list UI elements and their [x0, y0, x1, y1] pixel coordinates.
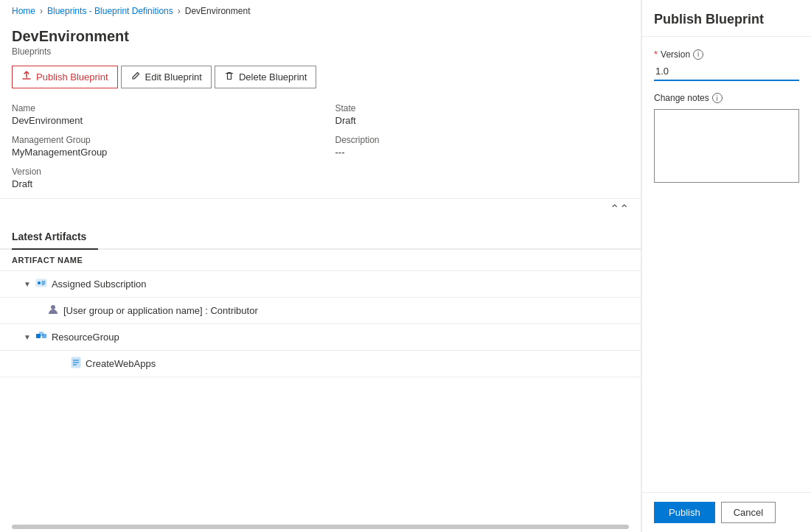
table-row: ▼ ResourceGroup	[0, 324, 641, 351]
side-panel-body: * Version i Change notes i	[642, 37, 811, 492]
side-panel-footer: Publish Cancel	[642, 492, 811, 532]
table-row: CreateWebApps	[0, 351, 641, 377]
toolbar: Publish Blueprint Edit Blueprint Delete …	[0, 60, 641, 94]
collapse-button[interactable]: ⌃⌃	[610, 202, 629, 216]
page-title: DevEnvironment	[12, 28, 629, 45]
management-group-label: Management Group	[12, 135, 306, 145]
tree-cell-user: [User group or application name] : Contr…	[12, 304, 629, 318]
col-artifact-name: ARTIFACT NAME	[0, 250, 641, 271]
user-icon	[47, 304, 59, 318]
version-info-icon[interactable]: i	[693, 49, 703, 60]
user-role-name: [User group or application name] : Contr…	[63, 305, 258, 316]
svg-rect-5	[39, 332, 43, 336]
breadcrumb-separator-1: ›	[40, 6, 43, 16]
template-icon	[71, 357, 81, 371]
breadcrumb-current: DevEnvironment	[185, 6, 251, 16]
info-grid: Name DevEnvironment State Draft Manageme…	[0, 94, 641, 198]
name-value: DevEnvironment	[12, 115, 306, 126]
breadcrumb-blueprints[interactable]: Blueprints - Blueprint Definitions	[47, 6, 173, 16]
info-version: Version Draft	[12, 167, 306, 189]
info-name: Name DevEnvironment	[12, 103, 306, 126]
description-label: Description	[335, 135, 630, 145]
side-panel: Publish Blueprint * Version i Change not…	[641, 0, 811, 532]
tab-latest-artifacts[interactable]: Latest Artifacts	[12, 225, 98, 250]
edit-blueprint-button[interactable]: Edit Blueprint	[121, 66, 212, 88]
edit-icon	[130, 71, 141, 83]
chevron-icon[interactable]: ▼	[24, 280, 31, 288]
description-value: ---	[335, 147, 630, 158]
breadcrumb: Home › Blueprints - Blueprint Definition…	[0, 0, 641, 22]
version-field-group: * Version i	[654, 49, 799, 81]
version-label-text: Version	[661, 49, 690, 60]
info-description: Description ---	[335, 135, 630, 158]
state-label: State	[335, 103, 630, 113]
change-notes-field-group: Change notes i	[654, 93, 799, 185]
publish-button[interactable]: Publish	[654, 502, 715, 523]
horizontal-scrollbar[interactable]	[12, 525, 629, 529]
subscription-name: Assigned Subscription	[52, 279, 147, 290]
page-subtitle: Blueprints	[12, 46, 629, 57]
publish-icon	[21, 71, 32, 83]
delete-blueprint-label: Delete Blueprint	[239, 71, 307, 83]
chevron-icon[interactable]: ▼	[24, 333, 31, 341]
resource-group-name: ResourceGroup	[52, 332, 119, 343]
artifact-table: ARTIFACT NAME ▼	[0, 250, 641, 377]
template-name: CreateWebApps	[86, 358, 156, 369]
change-notes-input[interactable]	[654, 109, 799, 183]
side-panel-title: Publish Blueprint	[642, 0, 811, 37]
collapse-row: ⌃⌃	[0, 198, 641, 219]
delete-icon	[224, 71, 234, 83]
delete-blueprint-button[interactable]: Delete Blueprint	[215, 66, 317, 88]
info-state: State Draft	[335, 103, 630, 126]
resource-group-icon	[35, 330, 47, 344]
edit-blueprint-label: Edit Blueprint	[145, 71, 202, 83]
change-notes-info-icon[interactable]: i	[712, 93, 723, 103]
version-label: Version	[12, 167, 306, 177]
change-notes-label: Change notes i	[654, 93, 799, 103]
page-header: DevEnvironment Blueprints	[0, 22, 641, 60]
info-management-group: Management Group MyManagementGroup	[12, 135, 306, 158]
main-content: Home › Blueprints - Blueprint Definition…	[0, 0, 641, 532]
subscription-icon	[35, 277, 47, 291]
svg-point-1	[38, 281, 41, 284]
name-label: Name	[12, 103, 306, 113]
tree-cell-subscription: ▼ Assigned Subscription	[12, 277, 629, 291]
scroll-area[interactable]: ARTIFACT NAME ▼	[0, 250, 641, 519]
cancel-button[interactable]: Cancel	[721, 502, 776, 523]
management-group-value: MyManagementGroup	[12, 147, 306, 158]
version-value: Draft	[12, 178, 306, 189]
publish-blueprint-label: Publish Blueprint	[36, 71, 108, 83]
state-value: Draft	[335, 115, 630, 126]
tabs: Latest Artifacts	[0, 225, 641, 250]
table-row: [User group or application name] : Contr…	[0, 298, 641, 324]
publish-blueprint-button[interactable]: Publish Blueprint	[12, 66, 118, 88]
tree-cell-resource-group: ▼ ResourceGroup	[12, 330, 629, 344]
version-input[interactable]	[654, 63, 799, 81]
change-notes-label-text: Change notes	[654, 93, 709, 103]
svg-point-2	[51, 305, 55, 309]
tree-cell-template: CreateWebApps	[12, 357, 629, 371]
table-row: ▼ Assigned Subscription	[0, 271, 641, 298]
breadcrumb-home[interactable]: Home	[12, 6, 35, 16]
required-star: *	[654, 49, 658, 60]
breadcrumb-separator-2: ›	[178, 6, 181, 16]
version-field-label: * Version i	[654, 49, 799, 60]
